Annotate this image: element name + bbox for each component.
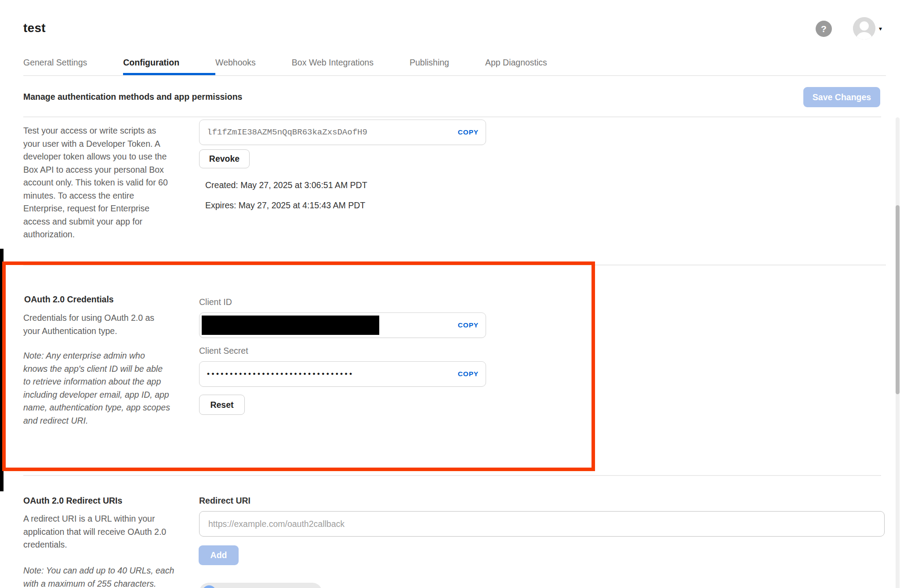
- client-secret-field[interactable]: •••••••••••••••••••••••••••••••• COPY: [199, 361, 486, 387]
- help-button[interactable]: ?: [816, 21, 832, 37]
- save-changes-button[interactable]: Save Changes: [803, 87, 880, 107]
- redirect-uri-label: Redirect URI: [199, 496, 250, 506]
- avatar[interactable]: [853, 17, 875, 40]
- chevron-down-icon[interactable]: ▾: [879, 25, 882, 32]
- copy-token-button[interactable]: COPY: [458, 128, 479, 136]
- client-id-field[interactable]: COPY: [199, 312, 486, 338]
- tab-general-settings[interactable]: General Settings: [23, 58, 123, 75]
- add-redirect-uri-button[interactable]: Add: [199, 545, 239, 565]
- uri-bullet-icon: [202, 585, 216, 588]
- scrollbar-thumb[interactable]: [896, 205, 900, 394]
- client-secret-label: Client Secret: [199, 346, 248, 356]
- developer-token-description: Test your access or write scripts as you…: [23, 124, 208, 241]
- client-id-redaction: [202, 316, 379, 335]
- developer-token-value: lf1fZmIE38AZM5nQqBR63kaZxsDAofH9: [207, 127, 367, 137]
- section-toolbar-heading: Manage authentication methods and app pe…: [23, 92, 242, 102]
- token-expires-timestamp: Expires: May 27, 2025 at 4:15:43 AM PDT: [205, 200, 365, 211]
- copy-client-secret-button[interactable]: COPY: [458, 370, 479, 378]
- oauth-credentials-heading: OAuth 2.0 Credentials: [24, 294, 114, 305]
- oauth-credentials-note: Note: Any enterprise admin who knows the…: [23, 349, 212, 427]
- redirect-uris-heading: OAuth 2.0 Redirect URIs: [23, 496, 122, 506]
- tabs-divider: [23, 75, 886, 76]
- question-mark-icon: ?: [821, 24, 827, 34]
- tab-webhooks[interactable]: Webhooks: [215, 58, 292, 75]
- token-created-timestamp: Created: May 27, 2025 at 3:06:51 AM PDT: [205, 180, 367, 190]
- reset-button[interactable]: Reset: [199, 395, 245, 415]
- developer-token-field[interactable]: lf1fZmIE38AZM5nQqBR63kaZxsDAofH9 COPY: [199, 120, 486, 145]
- divider: [23, 116, 881, 117]
- revoke-button[interactable]: Revoke: [199, 149, 250, 168]
- tab-box-web-integrations[interactable]: Box Web Integrations: [292, 58, 410, 75]
- tab-bar: General Settings Configuration Webhooks …: [23, 58, 583, 75]
- client-secret-masked-value: ••••••••••••••••••••••••••••••••: [207, 370, 354, 378]
- redirect-uris-note: Note: You can add up to 40 URLs, each wi…: [23, 564, 217, 588]
- annotation-black-bar: [0, 249, 4, 491]
- redirect-uris-description: A redirect URI is a URL within your appl…: [23, 512, 208, 552]
- copy-client-id-button[interactable]: COPY: [458, 321, 479, 329]
- person-icon: [853, 17, 875, 40]
- tab-configuration[interactable]: Configuration: [123, 58, 215, 75]
- page-title: test: [23, 21, 46, 35]
- tab-publishing[interactable]: Publishing: [410, 58, 485, 75]
- divider: [23, 265, 886, 265]
- divider: [23, 475, 881, 476]
- redirect-uri-list-item[interactable]: [199, 583, 322, 588]
- client-id-label: Client ID: [199, 297, 232, 307]
- oauth-credentials-description: Credentials for using OAuth 2.0 as your …: [23, 312, 208, 338]
- tab-app-diagnostics[interactable]: App Diagnostics: [485, 58, 583, 75]
- app-config-page: test ? ▾ General Settings Configuration …: [0, 0, 900, 588]
- redirect-uri-input[interactable]: [199, 511, 885, 537]
